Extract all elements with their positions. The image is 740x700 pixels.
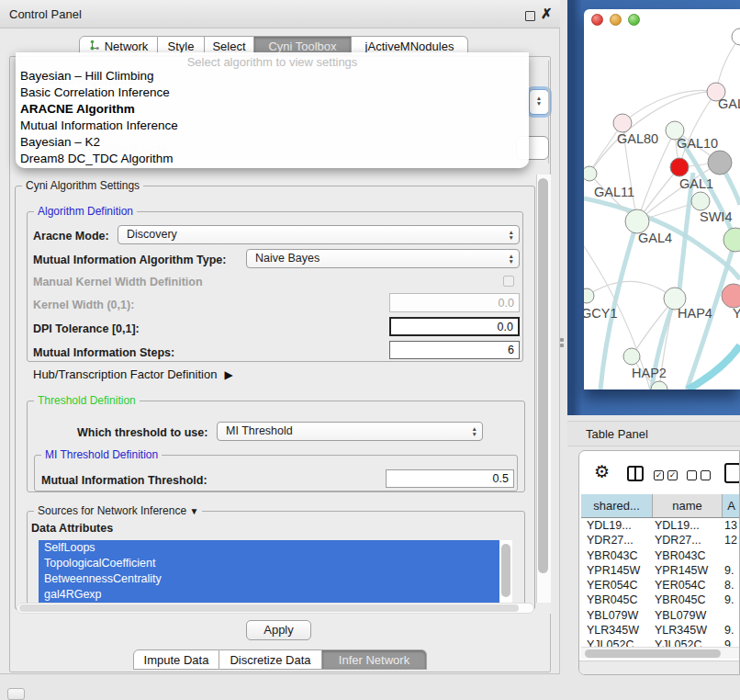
settings-horizontal-scrollbar[interactable]	[17, 603, 534, 614]
network-view-window[interactable]: GAL7GAL80GAL10GAL1GAL11SWI4GAL4GCY1HAP4Y…	[584, 9, 740, 390]
unchecked-checkbox-icon[interactable]	[701, 470, 711, 480]
table-cell: YBL079W	[653, 608, 723, 623]
table-row[interactable]: YPR145WYPR145W9.	[581, 563, 740, 578]
table-cell: YBR043C	[653, 548, 723, 563]
table-panel-titlebar: Table Panel	[567, 421, 740, 446]
node-gal80-label: GAL80	[617, 131, 658, 146]
manual-kernel-checkbox[interactable]	[503, 276, 514, 287]
tab-label: Infer Network	[339, 653, 409, 667]
table-body: YDL19...YDL19...13YDR27...YDR27...12YBR0…	[581, 518, 740, 653]
columns-icon[interactable]	[627, 466, 644, 481]
dropdown-item[interactable]: Basic Correlation Inference	[16, 85, 529, 101]
aracne-mode-select[interactable]: Discovery ▲▼	[118, 225, 520, 244]
settings-vertical-scrollbar-thumb[interactable]	[538, 178, 548, 573]
node-swi4-label: SWI4	[700, 209, 732, 224]
checked-checkbox-icon[interactable]: ✓	[667, 470, 678, 480]
document-icon[interactable]	[724, 463, 740, 483]
mac-close-icon[interactable]	[591, 14, 603, 26]
dropdown-placeholder: Select algorithm to view settings	[16, 55, 529, 69]
hub-definition-expander[interactable]: Hub/Transcription Factor Definition▶	[33, 367, 233, 381]
table-row[interactable]: YER054CYER054C8.	[581, 578, 740, 593]
table-horizontal-scrollbar-thumb[interactable]	[585, 649, 721, 658]
node-hap2-label: HAP2	[632, 366, 667, 380]
dropdown-item[interactable]: Mutual Information Inference	[16, 118, 529, 134]
mac-minimize-icon[interactable]	[610, 14, 622, 26]
table-cell: YLR345W	[581, 623, 653, 638]
dpi-tolerance-field[interactable]	[389, 317, 520, 336]
divider-grip-icon[interactable]	[560, 338, 564, 342]
column-header[interactable]: A	[723, 494, 740, 517]
attributes-scrollbar-thumb[interactable]	[501, 544, 510, 597]
dropdown-item[interactable]: Bayesian – K2	[16, 134, 529, 151]
table-horizontal-scrollbar[interactable]	[581, 647, 739, 659]
tab-label: Network	[105, 40, 149, 53]
column-header[interactable]: name	[653, 494, 723, 517]
attribute-item[interactable]: SelfLoops	[39, 540, 499, 556]
checked-checkbox-icon[interactable]: ✓	[654, 470, 664, 480]
expand-right-icon: ▶	[224, 368, 232, 381]
node-gal10-label: GAL10	[677, 136, 718, 151]
collapsed-panel-button[interactable]	[7, 688, 25, 700]
float-window-icon[interactable]	[525, 11, 535, 21]
close-icon[interactable]: ✗	[541, 6, 553, 22]
node-y[interactable]	[722, 284, 740, 308]
data-attributes-list: SelfLoopsTopologicalCoefficientBetweenne…	[39, 540, 512, 603]
node-gray[interactable]	[708, 151, 732, 175]
table-row[interactable]: YBR043CYBR043C	[581, 548, 740, 563]
group-title: Algorithm Definition	[34, 205, 137, 219]
table-cell: 9.	[723, 623, 740, 638]
table-cell: YPR145W	[653, 563, 723, 578]
attribute-item[interactable]: BetweennessCentrality	[39, 571, 499, 587]
mi-type-select[interactable]: Naive Bayes ▲▼	[246, 249, 520, 268]
attribute-item[interactable]: TopologicalCoefficient	[39, 556, 499, 571]
collapse-down-icon: ▼	[189, 506, 198, 516]
table-cell: YBR045C	[581, 593, 653, 607]
tab-label: Cyni Toolbox	[268, 40, 336, 53]
node-gcy1[interactable]	[584, 288, 594, 303]
which-threshold-select[interactable]: MI Threshold ▲▼	[217, 422, 483, 441]
node-top-edge[interactable]	[732, 28, 740, 45]
control-panel: Control Panel ✗ NetworkStyleSelectCyni T…	[0, 0, 560, 674]
table-row[interactable]: YBL079WYBL079W	[581, 608, 740, 623]
node-swi4[interactable]	[723, 228, 740, 252]
node-gal4-label: GAL4	[638, 231, 672, 245]
settings-horizontal-scrollbar-thumb[interactable]	[19, 604, 519, 612]
attribute-item[interactable]: gal4RGexp	[39, 587, 499, 603]
column-header[interactable]: shared...	[581, 494, 653, 517]
unchecked-checkbox-icon[interactable]	[687, 470, 697, 480]
node-hap2[interactable]	[623, 348, 640, 365]
table-cell: YBL079W	[581, 608, 653, 623]
node-gal11[interactable]	[584, 166, 597, 181]
spinner-icon: ▲▼	[509, 230, 514, 241]
mi-steps-field[interactable]	[389, 341, 520, 359]
tab-discretize-data[interactable]: Discretize Data	[219, 649, 322, 670]
spinner-icon: ▲▼	[530, 96, 548, 107]
table-cell: YER054C	[653, 578, 723, 593]
mac-zoom-icon[interactable]	[628, 14, 640, 26]
manual-kernel-label: Manual Kernel Width Definition	[33, 277, 203, 288]
gear-icon[interactable]: ⚙	[594, 462, 610, 482]
table-row[interactable]: YLR345WYLR345W9.	[581, 623, 740, 638]
table-cell: YDL19...	[581, 518, 653, 533]
dropdown-item[interactable]: ARACNE Algorithm	[16, 101, 529, 118]
table-row[interactable]: YDR27...YDR27...12	[581, 533, 740, 548]
tab-label: Select	[212, 40, 245, 53]
apply-button[interactable]: Apply	[246, 620, 311, 640]
algorithm-dropdown-popup: Select algorithm to view settings Bayesi…	[16, 52, 529, 168]
mi-type-label: Mutual Information Algorithm Type:	[33, 254, 226, 266]
kernel-width-field[interactable]	[389, 293, 520, 312]
tab-impute-data[interactable]: Impute Data	[133, 649, 219, 670]
mi-threshold-field[interactable]	[386, 469, 514, 488]
tab-infer-network[interactable]: Infer Network	[322, 649, 427, 670]
table-row[interactable]: YDL19...YDL19...13	[581, 518, 740, 533]
network-canvas[interactable]: GAL7GAL80GAL10GAL1GAL11SWI4GAL4GCY1HAP4Y…	[584, 9, 740, 390]
algorithm-combo-arrow-button[interactable]: ▲▼	[529, 89, 549, 115]
node-gal80[interactable]	[613, 114, 632, 132]
table-row[interactable]: YBR045CYBR045C9.	[581, 593, 740, 607]
node-gal1[interactable]	[691, 192, 710, 210]
node-red[interactable]	[670, 158, 689, 176]
dropdown-item[interactable]: Dream8 DC_TDC Algorithm	[16, 151, 529, 167]
dropdown-item[interactable]: Bayesian – Hill Climbing	[16, 68, 529, 85]
tab-label: Style	[168, 40, 195, 53]
table-cell: YDR27...	[653, 533, 723, 548]
